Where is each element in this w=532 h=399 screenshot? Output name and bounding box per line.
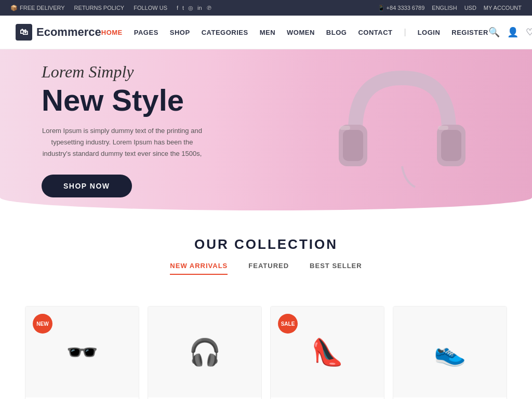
instagram-icon[interactable]: ◎ <box>188 5 193 11</box>
product-image-2: 🎧 <box>148 307 261 397</box>
logo-icon: 🛍 <box>16 24 32 41</box>
linkedin-icon[interactable]: in <box>197 5 202 11</box>
tab-featured[interactable]: FEATURED <box>248 262 289 275</box>
logo[interactable]: 🛍 Ecommerce <box>16 24 101 41</box>
top-bar: 📦 FREE DELIVERY RETURNS POLICY FOLLOW US… <box>0 0 532 16</box>
top-bar-left: 📦 FREE DELIVERY RETURNS POLICY FOLLOW US… <box>10 5 212 11</box>
phone-number: 📱 +84 3333 6789 <box>378 5 425 11</box>
product-image-headphones: 🎧 <box>168 318 241 386</box>
header: 🛍 Ecommerce HOME PAGES SHOP CATEGORIES M… <box>0 16 532 49</box>
product-grid: NEW 🕶️ WOMEN LOREM IPSUM SIMPLY $250 🎧 W… <box>0 306 532 399</box>
hero-title: New Style <box>42 84 490 117</box>
nav-men[interactable]: MEN <box>260 29 275 36</box>
product-badge-sale-3: SALE <box>278 314 298 334</box>
nav-shop[interactable]: SHOP <box>170 29 190 36</box>
nav-divider: | <box>404 28 406 37</box>
logo-text: Ecommerce <box>36 25 101 39</box>
product-image-shoes: 👟 <box>414 318 486 386</box>
free-delivery: 📦 FREE DELIVERY <box>10 5 65 11</box>
product-card-4: 👟 WOMEN LOREM IPSUM SIMPLY $250 <box>393 306 507 399</box>
nav-login[interactable]: LOGIN <box>418 29 441 36</box>
user-icon[interactable]: 👤 <box>507 26 518 38</box>
language-selector[interactable]: ENGLISH <box>432 5 457 11</box>
header-icons: 🔍 👤 ♡ 🛒 0 <box>488 26 532 38</box>
delivery-icon: 📦 <box>10 5 18 11</box>
tab-best-seller[interactable]: BEST SELLER <box>310 262 362 275</box>
product-card-3: SALE 👠 WOMEN LOREM IPSUM SIMPLY $250 <box>270 306 384 399</box>
twitter-icon[interactable]: t <box>182 5 184 11</box>
product-image-3: SALE 👠 <box>271 307 384 397</box>
wishlist-icon[interactable]: ♡ <box>526 26 532 38</box>
product-image-heels: 👠 <box>291 318 364 386</box>
collection-section: OUR COLLECTION NEW ARRIVALS FEATURED BES… <box>0 210 532 306</box>
nav-categories[interactable]: CATEGORIES <box>202 29 248 36</box>
nav-home[interactable]: HOME <box>101 29 123 36</box>
nav-blog[interactable]: BLOG <box>326 29 347 36</box>
returns-policy: RETURNS POLICY <box>74 5 125 11</box>
hero-banner: Lorem Simply New Style Lorem Ipsum is si… <box>0 49 532 210</box>
top-bar-right: 📱 +84 3333 6789 ENGLISH USD MY ACCOUNT <box>378 5 522 11</box>
main-nav: HOME PAGES SHOP CATEGORIES MEN WOMEN BLO… <box>101 28 488 37</box>
hero-content: Lorem Simply New Style Lorem Ipsum is si… <box>0 62 532 197</box>
product-image-4: 👟 <box>393 307 507 397</box>
collection-title: OUR COLLECTION <box>21 236 511 252</box>
shop-now-button[interactable]: SHOP NOW <box>42 175 132 197</box>
product-image-1: NEW 🕶️ <box>25 307 139 397</box>
currency-selector[interactable]: USD <box>464 5 476 11</box>
search-icon[interactable]: 🔍 <box>488 26 500 38</box>
tab-new-arrivals[interactable]: NEW ARRIVALS <box>170 262 228 275</box>
my-account[interactable]: MY ACCOUNT <box>484 5 522 11</box>
nav-register[interactable]: REGISTER <box>451 29 488 36</box>
nav-women[interactable]: WOMEN <box>287 29 315 36</box>
follow-us: FOLLOW US <box>134 5 167 11</box>
facebook-icon[interactable]: f <box>177 5 178 11</box>
hero-script-text: Lorem Simply <box>42 62 490 82</box>
product-card-2: 🎧 WOMEN LOREM IPSUM SIMPLY $250 <box>148 306 262 399</box>
collection-tabs: NEW ARRIVALS FEATURED BEST SELLER <box>21 262 511 275</box>
product-image-sunglasses: 🕶️ <box>46 318 118 386</box>
hero-description: Lorem Ipsum is simply dummy text of the … <box>42 125 203 159</box>
product-badge-new-1: NEW <box>33 314 52 334</box>
phone-icon: 📱 <box>378 5 385 11</box>
nav-pages[interactable]: PAGES <box>134 29 158 36</box>
nav-contact[interactable]: CONTACT <box>358 29 392 36</box>
pinterest-icon[interactable]: ℗ <box>206 5 212 11</box>
social-icons: f t ◎ in ℗ <box>177 5 212 11</box>
product-card-1: NEW 🕶️ WOMEN LOREM IPSUM SIMPLY $250 <box>25 306 139 399</box>
